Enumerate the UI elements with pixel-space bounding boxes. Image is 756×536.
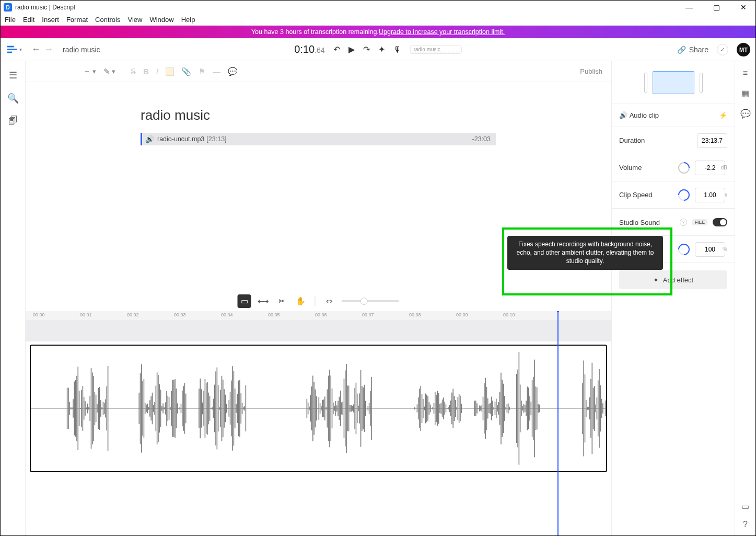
intensity-knob[interactable]	[676, 241, 692, 257]
snap-icon[interactable]: ⇔	[323, 294, 336, 308]
svg-rect-137	[328, 375, 329, 441]
breadcrumb[interactable]: radio music	[63, 45, 100, 54]
check-dropdown-icon[interactable]: ✓	[717, 44, 728, 55]
script-icon[interactable]: 🗐	[8, 116, 18, 127]
divider-icon[interactable]: —	[213, 67, 220, 76]
select-tool-icon[interactable]: ▭	[238, 294, 251, 308]
hand-tool-icon[interactable]: ✋	[294, 294, 308, 308]
canvas-preview[interactable]	[612, 61, 735, 104]
svg-rect-217	[478, 408, 479, 408]
audio-clip-row[interactable]: 🔊 radio-uncut.mp3 [23:13] -23:03	[141, 133, 496, 145]
volume-knob[interactable]	[676, 159, 692, 176]
menu-view[interactable]: View	[127, 16, 142, 24]
panel-toggle-icon[interactable]: ▭	[741, 501, 749, 511]
menu-format[interactable]: Format	[66, 16, 88, 24]
search-icon[interactable]: 🔍	[7, 93, 19, 104]
speed-input[interactable]	[695, 188, 725, 202]
svg-rect-164	[360, 370, 362, 447]
add-effect-button[interactable]: ✦ Add effect	[619, 270, 727, 289]
svg-rect-116	[243, 407, 244, 410]
share-button[interactable]: 🔗 Share	[677, 45, 708, 54]
menu-edit[interactable]: Edit	[23, 16, 34, 24]
svg-rect-64	[169, 397, 170, 419]
svg-rect-30	[98, 388, 99, 429]
wand-icon[interactable]: ✎▾	[103, 67, 115, 76]
mic-icon[interactable]: 🎙	[393, 45, 402, 54]
volume-row: Volume dB	[612, 154, 735, 181]
speed-knob[interactable]	[676, 187, 692, 203]
wand-icon: ✦	[653, 276, 659, 284]
chat-icon[interactable]: 💬	[740, 109, 751, 119]
add-icon[interactable]: ＋▾	[83, 66, 96, 76]
svg-rect-229	[492, 401, 493, 416]
menu-window[interactable]: Window	[149, 16, 173, 24]
maximize-button[interactable]: ▢	[707, 3, 725, 12]
svg-rect-256	[530, 402, 531, 415]
zoom-slider[interactable]	[342, 300, 399, 302]
svg-rect-115	[242, 403, 243, 414]
timeline-gutter[interactable]	[26, 321, 611, 341]
help-icon[interactable]: ?	[743, 520, 748, 529]
play-icon[interactable]: ▶	[348, 44, 355, 54]
svg-rect-168	[365, 401, 366, 416]
help-icon[interactable]: ?	[680, 219, 687, 226]
timeline[interactable]: 00:0000:0100:0200:0300:0400:0500:0600:07…	[26, 311, 611, 535]
timeline-ruler[interactable]: 00:0000:0100:0200:0300:0400:0500:0600:07…	[26, 311, 611, 321]
comment-icon[interactable]: 💬	[228, 67, 238, 76]
svg-rect-277	[598, 380, 599, 436]
publish-button[interactable]: Publish	[580, 67, 602, 75]
volume-input[interactable]	[695, 161, 725, 175]
svg-rect-270	[589, 397, 590, 419]
bold-icon[interactable]: B	[143, 67, 149, 76]
hamburger-icon[interactable]: ☰	[9, 70, 17, 81]
banner-upgrade-link[interactable]: Upgrade to increase your transcription l…	[379, 28, 505, 36]
svg-rect-190	[434, 403, 435, 414]
svg-rect-242	[508, 404, 509, 414]
menu-help[interactable]: Help	[181, 16, 195, 24]
minimize-button[interactable]: —	[680, 3, 698, 12]
range-tool-icon[interactable]: ⟷	[257, 294, 270, 308]
duration-input[interactable]	[697, 133, 727, 148]
svg-rect-153	[347, 386, 348, 431]
svg-rect-140	[332, 389, 333, 428]
marker-icon[interactable]: ⚑	[199, 67, 205, 76]
nav-back-icon[interactable]: ←	[31, 44, 41, 55]
logo-dropdown-icon[interactable]: ▾	[19, 47, 22, 52]
undo-icon[interactable]: ↶	[333, 44, 340, 54]
studio-sound-toggle[interactable]	[713, 218, 727, 226]
svg-rect-57	[160, 390, 161, 427]
grid-icon[interactable]: ▦	[741, 88, 749, 98]
menu-file[interactable]: File	[5, 16, 16, 24]
menu-controls[interactable]: Controls	[95, 16, 120, 24]
playhead[interactable]	[557, 311, 559, 535]
svg-rect-69	[175, 379, 176, 438]
waveform-track[interactable]	[30, 345, 607, 472]
nav-forward-icon[interactable]: →	[44, 44, 53, 55]
svg-rect-4	[67, 387, 68, 429]
highlight-color-icon[interactable]	[166, 67, 174, 76]
svg-rect-212	[460, 396, 461, 421]
svg-rect-215	[475, 401, 476, 416]
svg-rect-181	[423, 399, 424, 418]
bolt-icon[interactable]: ⚡	[719, 111, 727, 119]
app-logo[interactable]	[6, 43, 18, 56]
track-chip[interactable]: radio music	[410, 45, 462, 54]
menu-insert[interactable]: Insert	[42, 16, 59, 24]
sparkle-icon[interactable]: ✦	[378, 44, 385, 54]
svg-rect-163	[359, 393, 360, 423]
attach-icon[interactable]: 📎	[181, 67, 191, 76]
avatar[interactable]: MT	[737, 43, 750, 56]
doc-title[interactable]: radio music	[141, 107, 496, 123]
sliders-icon[interactable]: ≡	[743, 69, 748, 78]
intensity-input[interactable]	[695, 242, 725, 257]
italic-icon[interactable]: I	[156, 67, 158, 76]
svg-rect-125	[313, 382, 315, 435]
svg-rect-114	[240, 393, 241, 424]
strikethrough-icon[interactable]: S̶	[131, 67, 136, 76]
close-button[interactable]: ✕	[735, 3, 752, 12]
svg-rect-188	[431, 408, 432, 409]
svg-rect-220	[481, 405, 482, 412]
redo-icon[interactable]: ↷	[363, 44, 370, 54]
blade-tool-icon[interactable]: ✂	[275, 294, 289, 308]
svg-rect-62	[166, 391, 167, 426]
